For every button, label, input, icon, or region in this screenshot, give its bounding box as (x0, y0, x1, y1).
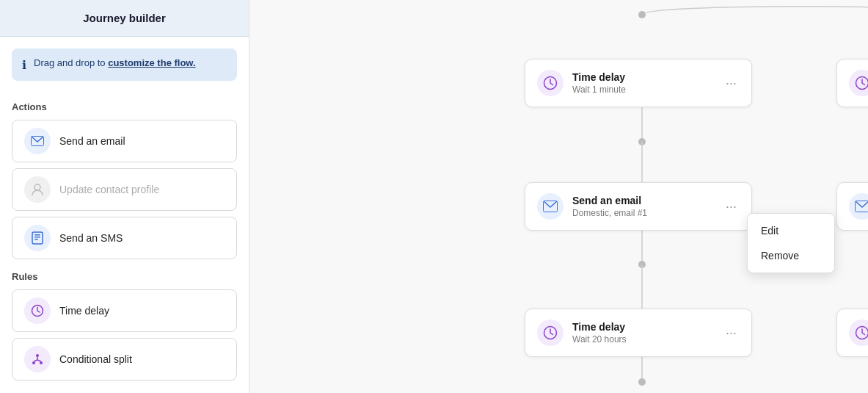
update-contact-label: Update contact profile (59, 184, 159, 195)
node-subtitle: Wait 20 hours (572, 334, 714, 345)
clock-icon (24, 298, 51, 324)
svg-point-13 (638, 11, 646, 18)
rules-section-label: Rules (0, 262, 249, 286)
node-email-right: Send an email International, email #1 ··… (836, 182, 868, 231)
email-icon (849, 193, 868, 220)
node-td-left-bottom: Time delay Wait 20 hours ··· (525, 309, 752, 357)
person-icon (24, 176, 51, 203)
sidebar-hint: ℹ Drag and drop to customize the flow. (12, 48, 237, 81)
node-menu-button[interactable]: ··· (723, 323, 740, 342)
action-send-sms[interactable]: Send an SMS (12, 217, 237, 259)
svg-point-9 (40, 361, 43, 364)
send-sms-label: Send an SMS (59, 232, 123, 244)
hint-link[interactable]: customize the flow. (108, 57, 195, 68)
context-menu-remove[interactable]: Remove (748, 243, 834, 268)
node-td-left-top: Time delay Wait 1 minute ··· (525, 59, 752, 107)
clock-icon (849, 70, 868, 96)
node-email-left: Send an email Domestic, email #1 ··· (525, 182, 752, 231)
action-time-delay[interactable]: Time delay (12, 289, 237, 332)
node-text: Time delay Wait 20 hours (572, 321, 714, 345)
node-title: Time delay (572, 321, 714, 333)
action-send-email[interactable]: Send an email (12, 120, 237, 162)
action-update-contact[interactable]: Update contact profile (12, 168, 237, 211)
email-icon (24, 128, 51, 154)
svg-rect-2 (32, 232, 43, 244)
svg-line-11 (34, 360, 37, 361)
hint-text: Drag and drop to customize the flow. (34, 57, 196, 68)
clock-icon (537, 320, 564, 346)
svg-point-1 (34, 184, 40, 190)
svg-point-22 (638, 378, 646, 386)
svg-rect-4 (34, 237, 40, 238)
context-menu-popup: Edit Remove (747, 213, 835, 273)
canvas-inner: Time delay Wait 1 minute ··· Time delay … (249, 0, 868, 393)
clock-icon (537, 70, 564, 96)
node-text: Send an email Domestic, email #1 (572, 195, 714, 218)
svg-point-19 (638, 261, 646, 268)
node-td-right-bottom: Time delay Wait 20 hours ··· (836, 309, 868, 357)
canvas: Time delay Wait 1 minute ··· Time delay … (249, 0, 868, 393)
node-subtitle: Wait 1 minute (572, 84, 714, 95)
svg-rect-5 (34, 239, 38, 240)
conditional-split-label: Conditional split (59, 353, 132, 365)
svg-point-16 (638, 138, 646, 145)
action-conditional-split[interactable]: Conditional split (12, 338, 237, 381)
node-title: Send an email (572, 195, 714, 206)
node-menu-button[interactable]: ··· (723, 197, 740, 216)
sms-icon (24, 225, 51, 251)
svg-line-12 (37, 360, 41, 361)
sidebar: Journey builder ℹ Drag and drop to custo… (0, 0, 249, 393)
time-delay-label: Time delay (59, 305, 109, 317)
email-icon (537, 193, 564, 220)
node-td-right-top: Time delay Wait 1 minute ··· (836, 59, 868, 107)
svg-rect-3 (34, 234, 40, 236)
context-menu-edit[interactable]: Edit (748, 218, 834, 243)
info-icon: ℹ (22, 58, 26, 72)
clock-icon (849, 320, 868, 346)
node-subtitle: Domestic, email #1 (572, 208, 714, 218)
svg-point-8 (32, 361, 35, 364)
send-email-label: Send an email (59, 135, 125, 147)
svg-point-7 (36, 354, 39, 357)
node-menu-button[interactable]: ··· (723, 73, 740, 93)
actions-section-label: Actions (0, 93, 249, 117)
node-text: Time delay Wait 1 minute (572, 71, 714, 95)
node-title: Time delay (572, 71, 714, 83)
sidebar-title: Journey builder (0, 0, 249, 37)
split-icon (24, 346, 51, 372)
